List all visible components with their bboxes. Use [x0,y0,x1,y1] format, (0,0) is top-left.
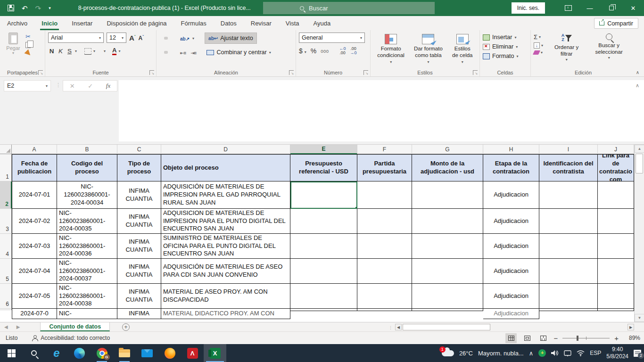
cell-g3[interactable] [412,209,483,234]
header-cell-objeto[interactable]: Objeto del proceso [161,154,290,181]
horizontal-scrollbar[interactable]: ◀ ▶ [395,324,634,330]
share-button[interactable]: Compartir [594,18,638,29]
cell-g7[interactable] [412,309,483,311]
tab-vista[interactable]: Vista [279,16,306,30]
tab-archivo[interactable]: Archivo [0,16,34,30]
cell-d3[interactable]: ADQUISICION DE MATERIALES DE IMPRESION P… [161,209,290,234]
acrobat-button[interactable]: Λ [181,344,204,362]
normal-view-button[interactable] [505,333,517,343]
cell-i2[interactable] [539,181,598,209]
font-color-dropdown-icon[interactable]: ▾ [118,49,120,53]
undo-icon[interactable]: ↶ [22,5,28,12]
paste-button[interactable]: Pegar ▾ [3,33,24,56]
header-cell-partida[interactable]: Partida presupuestaria [357,154,412,181]
select-all-corner[interactable] [0,145,12,154]
firefox-button[interactable] [158,344,181,362]
align-left-button[interactable] [159,51,163,54]
header-cell-tipo[interactable]: Tipo de proceso [117,154,161,181]
conditional-formatting-button[interactable]: Formato condicional ▾ [373,33,408,65]
cell-h4[interactable]: Adjudicacion [483,234,539,259]
cell-g6[interactable] [412,284,483,309]
bold-button[interactable]: N [48,48,55,55]
cell-g4[interactable] [412,234,483,259]
cell-j5[interactable] [598,259,634,284]
cell-b3[interactable]: NIC-1260023860001-2024-00035 [57,209,117,234]
orientation-button[interactable]: ab↗ [178,33,191,44]
mail-button[interactable] [136,344,158,362]
cell-e3[interactable] [290,209,357,234]
cell-e4[interactable] [290,234,357,259]
cell-e7[interactable] [290,309,357,311]
cell-h5[interactable]: Adjudicacion [483,259,539,284]
sheet-tab-conjunto-de-datos[interactable]: Conjunto de datos [40,322,110,331]
cell-b2[interactable]: NIC-1260023860001-2024-00034 [57,181,117,209]
row-header-4[interactable]: 4 [0,234,12,259]
column-header-c[interactable]: C [117,145,161,154]
tab-formulas[interactable]: Fórmulas [174,16,214,30]
clock[interactable]: 9:40 5/8/2024 [606,346,628,360]
collapse-ribbon-icon[interactable]: ∧ [636,70,639,75]
insert-cells-button[interactable]: Insertar ▾ [483,34,528,41]
cell-b5[interactable]: NIC-1260023860001-2024-00037 [57,259,117,284]
cell-c2[interactable]: INFIMA CUANTIA [117,181,161,209]
cell-j7[interactable] [598,309,634,311]
cancel-entry-icon[interactable]: ✕ [70,82,75,90]
cell-d2[interactable]: ADQUISICIÓN DE MATERIALES DE IMPRESION P… [161,181,290,209]
confirm-entry-icon[interactable]: ✓ [88,82,93,90]
decrease-indent-button[interactable]: ⇤≡ [178,47,188,58]
borders-dropdown-icon[interactable]: ▾ [93,49,95,53]
scroll-up-icon[interactable]: ▲ [635,145,644,153]
cell-f5[interactable] [357,259,412,284]
screen-cast-icon[interactable] [564,350,571,356]
name-box-splitter[interactable]: ⋮ [56,82,61,88]
clear-button[interactable]: ▾ [534,50,543,55]
copy-icon[interactable] [25,42,31,48]
close-button[interactable]: ✕ [622,0,644,16]
autosum-button[interactable]: Σ▾ [534,33,543,41]
currency-format-button[interactable]: $ ▾ [299,47,306,55]
header-cell-identificacion[interactable]: Identificacion del contratista [539,154,598,181]
search-box[interactable]: Buscar [263,2,435,14]
name-box[interactable]: E2 ▾ [4,80,51,91]
align-middle-button[interactable] [164,37,168,40]
underline-button[interactable]: S [66,48,73,55]
cell-styles-button[interactable]: Estilos de celda ▾ [448,33,477,65]
page-layout-view-button[interactable] [521,333,533,343]
numero-dialog-launcher[interactable]: ↘ [363,70,368,75]
tab-ayuda[interactable]: Ayuda [306,16,338,30]
zoom-out-icon[interactable]: − [553,334,558,342]
font-name-select[interactable]: Arial ▾ [48,33,104,43]
cell-c7[interactable]: INFIMA [117,309,161,319]
sort-filter-button[interactable]: AZ Ordenar y filtrar ▾ [548,33,585,68]
prev-sheet-icon[interactable]: ◀ [0,322,12,331]
cell-i4[interactable] [539,234,598,259]
cell-d7[interactable]: MATERIAL DIDACTICO PROY. AM CON [161,309,290,319]
header-cell-presupuesto[interactable]: Presupuesto referencial - USD [290,154,357,181]
scroll-right-icon[interactable]: ▶ [627,324,634,330]
new-sheet-icon[interactable]: + [122,323,130,331]
column-header-i[interactable]: I [539,145,598,154]
cell-g2[interactable] [412,181,483,209]
cell-b7[interactable]: NIC- [57,309,117,319]
minimize-button[interactable]: — [579,0,601,16]
column-header-d[interactable]: D [161,145,290,154]
weather-temperature[interactable]: 26°C [459,350,473,357]
cell-c6[interactable]: INFIMA CUANTIA [117,284,161,309]
number-format-select[interactable]: General ▾ [299,33,365,43]
column-header-h[interactable]: H [483,145,539,154]
notification-center-icon[interactable]: 2 [634,350,641,357]
internet-explorer-button[interactable]: e [45,344,68,362]
cell-c5[interactable]: INFIMA CUANTIA [117,259,161,284]
restore-button[interactable] [601,0,622,16]
tab-inicio[interactable]: Inicio [34,16,65,30]
align-top-button[interactable] [159,37,163,40]
find-select-button[interactable]: Buscar y seleccionar ▾ [585,33,633,68]
tab-datos[interactable]: Datos [214,16,244,30]
cell-f6[interactable] [357,284,412,309]
alineacion-dialog-launcher[interactable]: ↘ [289,70,294,75]
merge-center-button[interactable]: Combinar y centrar ▾ [205,48,272,57]
collapse-formula-bar-icon[interactable]: ∧ [636,82,639,89]
cell-c4[interactable]: INFIMA CUANTIA [117,234,161,259]
cell-a5[interactable]: 2024-07-04 [12,259,57,284]
header-cell-link[interactable]: Link para de contratacio com [598,154,634,181]
